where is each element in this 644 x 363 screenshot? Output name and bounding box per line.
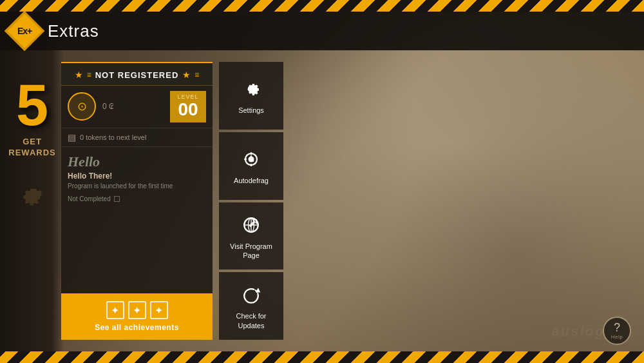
check-for-updates-menu-item[interactable]: Check for Updates [219, 272, 283, 340]
achievements-btn-label: See all achievements [95, 323, 179, 332]
level-number: 00 [178, 100, 198, 120]
medal-icon-3: ✦ [150, 301, 168, 319]
get-rewards-label: GETREWARDS [8, 137, 55, 159]
hello-status-text: Not Completed [68, 195, 111, 202]
coin-circle: ⊙ [68, 92, 96, 121]
hello-desc: Program is launched for the first time [68, 182, 206, 191]
visit-program-page-menu-item[interactable]: Visit Program Page [219, 202, 283, 270]
hello-logo: Hello [68, 153, 206, 170]
reg-lines-right: ≡ [194, 70, 199, 79]
coin-icon: ⊙ [77, 99, 87, 113]
achievements-icons: ✦ ✦ ✦ [106, 301, 168, 319]
gear-icon [13, 178, 52, 217]
medal-icon-1: ✦ [106, 301, 124, 319]
settings-icon [238, 76, 264, 102]
app-title: Extras [48, 21, 99, 41]
reg-header: ★ ≡ NOT REGISTERED ★ ≡ [61, 63, 213, 86]
help-button[interactable]: ? Help [603, 317, 631, 345]
hello-title: Hello There! [68, 172, 206, 181]
autodefrag-menu-item[interactable]: Autodefrag [219, 132, 283, 200]
tokens-icon: ▤ [68, 132, 76, 142]
logo-text: Ex+ [17, 26, 32, 36]
status-check-icon: ☐ [113, 195, 120, 204]
tokens-text: 0 tokens to next level [80, 133, 146, 141]
see-all-achievements-button[interactable]: ✦ ✦ ✦ See all achievements [61, 293, 213, 340]
autodefrag-label: Autodefrag [234, 176, 269, 185]
autodefrag-icon [238, 146, 264, 172]
hazard-stripe-top [0, 0, 644, 12]
progress-area: ▤ 0 tokens to next level [61, 128, 213, 147]
registration-card: ★ ≡ NOT REGISTERED ★ ≡ ⊙ 0 ₢ Level 00 ▤ … [61, 62, 213, 340]
svg-marker-9 [256, 288, 260, 293]
hello-status-row: Not Completed ☐ [68, 195, 206, 204]
help-label: Help [611, 334, 623, 340]
visit-program-page-label: Visit Program Page [224, 242, 278, 260]
big-number: 5 [16, 76, 48, 134]
check-for-updates-label: Check for Updates [224, 311, 278, 330]
level-badge: Level 00 [170, 91, 206, 123]
coin-count: 0 ₢ [102, 102, 114, 111]
hello-section: Hello Hello There! Program is launched f… [61, 147, 213, 293]
update-icon [238, 282, 264, 308]
reg-lines-left: ≡ [87, 70, 91, 79]
help-question-icon: ? [614, 322, 620, 333]
app-header: Ex+ Extras [0, 12, 644, 50]
app-logo: Ex+ [5, 11, 44, 51]
star-icon-left: ★ [75, 70, 83, 80]
settings-menu-item[interactable]: Settings [219, 62, 283, 130]
hazard-stripe-bottom [0, 351, 644, 363]
left-number-panel: 5 GETREWARDS [0, 50, 64, 351]
not-registered-label: NOT REGISTERED [95, 70, 179, 80]
stats-row: ⊙ 0 ₢ Level 00 [61, 86, 213, 128]
visit-icon [238, 212, 264, 238]
star-icon-right: ★ [182, 70, 191, 80]
right-menu: Settings Autodefrag [219, 62, 283, 340]
medal-icon-2: ✦ [128, 301, 146, 319]
settings-label: Settings [238, 106, 264, 115]
content-area: ★ ≡ NOT REGISTERED ★ ≡ ⊙ 0 ₢ Level 00 ▤ … [61, 62, 631, 340]
